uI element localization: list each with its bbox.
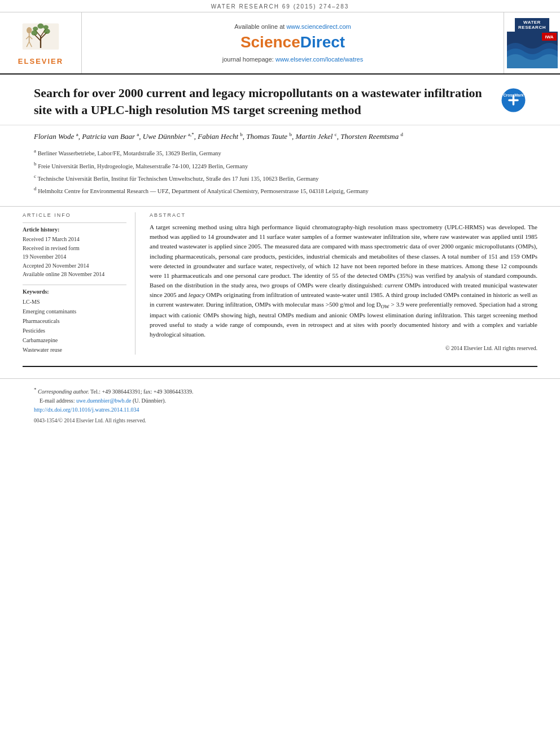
issn-line: 0043-1354/© 2014 Elsevier Ltd. All right… xyxy=(34,417,526,425)
two-col-section: ARTICLE INFO Article history: Received 1… xyxy=(0,206,560,360)
journal-bar-text: WATER RESEARCH 69 (2015) 274–283 xyxy=(211,3,349,10)
elsevier-tree-icon xyxy=(18,21,63,55)
affiliation-b: b Freie Universität Berlin, Hydrogeologi… xyxy=(34,160,526,171)
affiliations: a Berliner Wasserbetriebe, Labor/FE, Mot… xyxy=(34,147,526,196)
header-middle: Available online at www.sciencedirect.co… xyxy=(82,12,504,73)
email-label: E-mail address: xyxy=(34,397,76,404)
authors-section: Florian Wode a, Patricia van Baar a, Uwe… xyxy=(0,125,560,200)
bottom-divider xyxy=(23,366,537,367)
keywords-list: LC-MS Emerging contaminants Pharmaceutic… xyxy=(23,297,126,355)
svg-point-12 xyxy=(31,30,37,35)
sciencedirect-brand: ScienceDirect xyxy=(240,33,345,51)
article-title: Search for over 2000 current and legacy … xyxy=(34,85,495,118)
copyright-text: © 2014 Elsevier Ltd. All rights reserved… xyxy=(150,345,537,351)
title-section: Search for over 2000 current and legacy … xyxy=(0,75,560,125)
available-online-text: Available online at www.sciencedirect.co… xyxy=(234,23,351,30)
affiliation-c: c Technische Universität Berlin, Institu… xyxy=(34,172,526,184)
email-link[interactable]: uwe.duennbier@bwb.de xyxy=(76,397,132,404)
abstract-text: A target screening method using ultra hi… xyxy=(150,222,537,339)
abstract-column: ABSTRACT A target screening method using… xyxy=(147,212,537,355)
article-info-text: Received 17 March 2014 Received in revis… xyxy=(23,235,126,279)
keywords-label: Keywords: xyxy=(23,289,126,295)
email-line: E-mail address: uwe.duennbier@bwb.de (U.… xyxy=(34,396,526,405)
elsevier-brand-text: ELSEVIER xyxy=(18,57,63,65)
article-info-header: ARTICLE INFO xyxy=(23,212,126,218)
crossmark-logo: CrossMark xyxy=(501,88,526,115)
doi-line: http://dx.doi.org/10.1016/j.watres.2014.… xyxy=(34,405,526,414)
doi-link[interactable]: http://dx.doi.org/10.1016/j.watres.2014.… xyxy=(34,407,139,413)
page-wrapper: WATER RESEARCH 69 (2015) 274–283 xyxy=(0,0,560,747)
keyword-5: Carbamazepine xyxy=(23,335,126,345)
journal-bar: WATER RESEARCH 69 (2015) 274–283 xyxy=(0,0,560,12)
corresponding-note: * Corresponding author. Tel.: +49 308644… xyxy=(34,386,526,396)
footer-section: * Corresponding author. Tel.: +49 308644… xyxy=(0,378,560,431)
corresponding-author-label: Corresponding author. xyxy=(38,388,89,395)
keyword-3: Pharmaceuticals xyxy=(23,316,126,326)
keyword-6: Wastewater reuse xyxy=(23,345,126,355)
received-1: Received 17 March 2014 xyxy=(23,236,80,242)
available-online-date: Available online 28 November 2014 xyxy=(23,271,104,277)
elsevier-logo-area: ELSEVIER xyxy=(0,12,82,73)
journal-homepage-url[interactable]: www.elsevier.com/locate/watres xyxy=(275,56,363,63)
accepted-date: Accepted 20 November 2014 xyxy=(23,263,89,269)
svg-text:IWA: IWA xyxy=(545,34,553,40)
received-2-label: Received in revised form xyxy=(23,245,80,251)
sciencedirect-url[interactable]: www.sciencedirect.com xyxy=(286,23,351,30)
header-section: ELSEVIER Available online at www.science… xyxy=(0,12,560,75)
article-history-label: Article history: xyxy=(23,226,126,233)
email-suffix: (U. Dünnbier). xyxy=(133,397,166,404)
keyword-1: LC-MS xyxy=(23,297,126,307)
water-research-graphic: IWA xyxy=(507,32,558,68)
received-2b: 19 November 2014 xyxy=(23,254,66,260)
svg-point-14 xyxy=(33,27,38,30)
keyword-2: Emerging contaminants xyxy=(23,307,126,316)
wr-badge: WATERRESEARCH xyxy=(515,18,549,32)
journal-homepage: journal homepage: www.elsevier.com/locat… xyxy=(222,56,363,63)
keyword-4: Pesticides xyxy=(23,326,126,335)
affiliation-d: d Helmholtz Centre for Environmental Res… xyxy=(34,185,526,196)
svg-point-16 xyxy=(37,23,43,28)
corresponding-tel: Tel.: +49 3086443391; fax: +49 308644333… xyxy=(90,388,194,395)
svg-point-13 xyxy=(44,28,50,33)
journal-homepage-label: journal homepage: xyxy=(222,56,274,63)
affiliation-a: a Berliner Wasserbetriebe, Labor/FE, Mot… xyxy=(34,147,526,158)
authors-line: Florian Wode a, Patricia van Baar a, Uwe… xyxy=(34,131,526,142)
svg-point-15 xyxy=(43,25,49,29)
article-info-column: ARTICLE INFO Article history: Received 1… xyxy=(23,212,135,355)
crossmark-icon: CrossMark xyxy=(501,88,526,113)
water-research-logo: WATERRESEARCH IWA xyxy=(504,12,560,73)
abstract-header: ABSTRACT xyxy=(150,212,537,218)
svg-point-6 xyxy=(27,27,32,33)
